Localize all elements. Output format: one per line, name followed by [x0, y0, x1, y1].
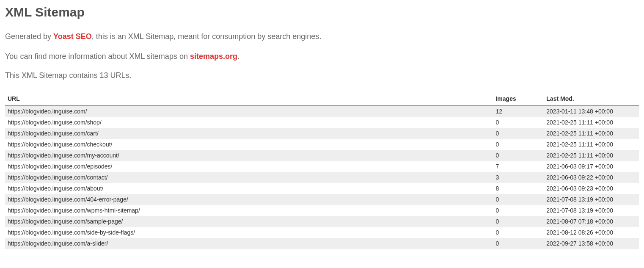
cell-images: 0 [493, 139, 544, 150]
table-row: https://blogvideo.linguise.com/cart/0202… [5, 128, 639, 139]
cell-lastmod: 2021-06-03 09:17 +00:00 [544, 161, 639, 172]
url-link[interactable]: https://blogvideo.linguise.com/checkout/ [8, 141, 112, 148]
table-row: https://blogvideo.linguise.com/404-error… [5, 194, 639, 205]
table-row: https://blogvideo.linguise.com/about/820… [5, 183, 639, 194]
cell-images: 0 [493, 238, 544, 249]
table-row: https://blogvideo.linguise.com/shop/0202… [5, 117, 639, 128]
cell-lastmod: 2022-09-27 13:58 +00:00 [544, 238, 639, 249]
cell-lastmod: 2021-06-03 09:22 +00:00 [544, 172, 639, 183]
url-link[interactable]: https://blogvideo.linguise.com/a-slider/ [8, 240, 108, 247]
cell-url: https://blogvideo.linguise.com/contact/ [5, 172, 493, 183]
cell-url: https://blogvideo.linguise.com/my-accoun… [5, 150, 493, 161]
cell-url: https://blogvideo.linguise.com/sample-pa… [5, 216, 493, 227]
cell-url: https://blogvideo.linguise.com/checkout/ [5, 139, 493, 150]
page-title: XML Sitemap [5, 5, 639, 19]
table-row: https://blogvideo.linguise.com/a-slider/… [5, 238, 639, 249]
url-link[interactable]: https://blogvideo.linguise.com/cart/ [8, 130, 99, 137]
cell-lastmod: 2021-02-25 11:11 +00:00 [544, 139, 639, 150]
cell-lastmod: 2021-07-08 13:19 +00:00 [544, 194, 639, 205]
table-row: https://blogvideo.linguise.com/sample-pa… [5, 216, 639, 227]
cell-images: 0 [493, 117, 544, 128]
cell-images: 12 [493, 106, 544, 117]
cell-lastmod: 2021-08-07 07:18 +00:00 [544, 216, 639, 227]
table-row: https://blogvideo.linguise.com/122023-01… [5, 106, 639, 117]
table-row: https://blogvideo.linguise.com/wpms-html… [5, 205, 639, 216]
intro-generated-by-suffix: , this is an XML Sitemap, meant for cons… [92, 32, 322, 41]
cell-lastmod: 2021-02-25 11:11 +00:00 [544, 117, 639, 128]
cell-lastmod: 2023-01-11 13:48 +00:00 [544, 106, 639, 117]
cell-images: 0 [493, 194, 544, 205]
sitemaps-org-link[interactable]: sitemaps.org [190, 52, 237, 61]
table-row: https://blogvideo.linguise.com/episodes/… [5, 161, 639, 172]
intro-generated-by: Generated by Yoast SEO, this is an XML S… [5, 31, 639, 42]
cell-url: https://blogvideo.linguise.com/ [5, 106, 493, 117]
cell-url: https://blogvideo.linguise.com/wpms-html… [5, 205, 493, 216]
cell-images: 0 [493, 150, 544, 161]
cell-url: https://blogvideo.linguise.com/a-slider/ [5, 238, 493, 249]
cell-lastmod: 2021-08-12 08:26 +00:00 [544, 227, 639, 238]
intro-more-info-suffix: . [237, 52, 239, 61]
url-link[interactable]: https://blogvideo.linguise.com/shop/ [8, 119, 102, 126]
cell-images: 0 [493, 227, 544, 238]
cell-images: 3 [493, 172, 544, 183]
url-link[interactable]: https://blogvideo.linguise.com/sample-pa… [8, 218, 123, 225]
cell-lastmod: 2021-07-08 13:19 +00:00 [544, 205, 639, 216]
cell-images: 0 [493, 216, 544, 227]
header-url: URL [5, 92, 493, 106]
cell-lastmod: 2021-02-25 11:11 +00:00 [544, 150, 639, 161]
table-row: https://blogvideo.linguise.com/checkout/… [5, 139, 639, 150]
intro-generated-by-prefix: Generated by [5, 32, 53, 41]
cell-url: https://blogvideo.linguise.com/cart/ [5, 128, 493, 139]
table-row: https://blogvideo.linguise.com/side-by-s… [5, 227, 639, 238]
url-link[interactable]: https://blogvideo.linguise.com/episodes/ [8, 163, 112, 170]
cell-url: https://blogvideo.linguise.com/about/ [5, 183, 493, 194]
sitemap-table: URL Images Last Mod. https://blogvideo.l… [5, 92, 639, 249]
cell-url: https://blogvideo.linguise.com/shop/ [5, 117, 493, 128]
intro-more-info-prefix: You can find more information about XML … [5, 52, 190, 61]
cell-url: https://blogvideo.linguise.com/episodes/ [5, 161, 493, 172]
url-link[interactable]: https://blogvideo.linguise.com/wpms-html… [8, 207, 140, 214]
yoast-seo-link[interactable]: Yoast SEO [53, 32, 92, 41]
cell-url: https://blogvideo.linguise.com/404-error… [5, 194, 493, 205]
cell-images: 8 [493, 183, 544, 194]
cell-lastmod: 2021-02-25 11:11 +00:00 [544, 128, 639, 139]
url-link[interactable]: https://blogvideo.linguise.com/ [8, 108, 87, 115]
table-row: https://blogvideo.linguise.com/my-accoun… [5, 150, 639, 161]
table-row: https://blogvideo.linguise.com/contact/3… [5, 172, 639, 183]
header-lastmod: Last Mod. [544, 92, 639, 106]
intro-more-info: You can find more information about XML … [5, 51, 639, 62]
url-link[interactable]: https://blogvideo.linguise.com/contact/ [8, 174, 108, 181]
url-link[interactable]: https://blogvideo.linguise.com/side-by-s… [8, 229, 135, 236]
url-count: This XML Sitemap contains 13 URLs. [5, 71, 639, 80]
cell-url: https://blogvideo.linguise.com/side-by-s… [5, 227, 493, 238]
cell-images: 7 [493, 161, 544, 172]
url-link[interactable]: https://blogvideo.linguise.com/about/ [8, 185, 103, 192]
cell-images: 0 [493, 205, 544, 216]
header-images: Images [493, 92, 544, 106]
url-link[interactable]: https://blogvideo.linguise.com/404-error… [8, 196, 128, 203]
cell-images: 0 [493, 128, 544, 139]
cell-lastmod: 2021-06-03 09:23 +00:00 [544, 183, 639, 194]
url-link[interactable]: https://blogvideo.linguise.com/my-accoun… [8, 152, 119, 159]
